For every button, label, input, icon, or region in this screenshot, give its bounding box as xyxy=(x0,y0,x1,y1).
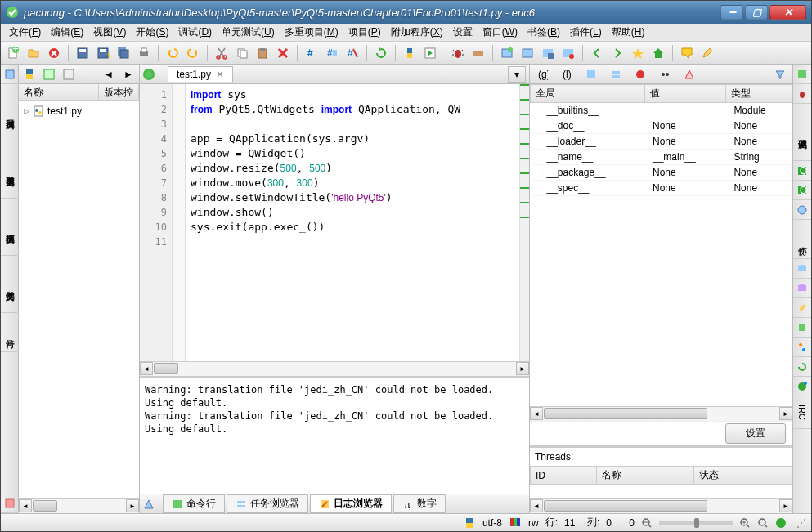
debug-hscrollbar[interactable]: ◄► xyxy=(530,406,792,421)
dbg-except-icon[interactable] xyxy=(680,65,698,83)
save-as-icon[interactable]: ★ xyxy=(94,44,112,62)
comment-icon[interactable]: # xyxy=(303,44,321,62)
menu-item[interactable]: 视图(V) xyxy=(88,24,131,41)
menu-item[interactable]: 书签(B) xyxy=(523,24,565,41)
variables-table[interactable]: 全局 值 类型 __builtins__Module__doc__NoneNon… xyxy=(530,84,792,406)
debug-settings-button[interactable]: 设置 xyxy=(725,423,786,444)
new-file-icon[interactable]: + xyxy=(4,44,22,62)
comment-block-icon[interactable]: # xyxy=(323,44,341,62)
menu-item[interactable]: 项目(P) xyxy=(343,24,386,41)
variable-row[interactable]: __package__NoneNone xyxy=(531,165,792,181)
edit-icon[interactable] xyxy=(698,44,716,62)
variable-row[interactable]: __loader__NoneNone xyxy=(531,134,792,150)
zoom-reset-icon[interactable] xyxy=(757,517,769,529)
rail-collapse-icon[interactable] xyxy=(1,65,19,84)
rrail-qt1-icon[interactable]: Qt xyxy=(793,161,811,181)
project-tree[interactable]: ▷ test1.py xyxy=(19,101,139,498)
zoom-out-icon[interactable] xyxy=(641,517,653,529)
fold-gutter[interactable] xyxy=(173,84,186,361)
window-minimize-button[interactable]: ━ xyxy=(720,5,743,20)
undo-icon[interactable] xyxy=(164,44,182,62)
project-open-icon[interactable] xyxy=(518,44,536,62)
window-maximize-button[interactable]: ▢ xyxy=(745,5,768,20)
project-tab-python-icon[interactable] xyxy=(22,67,37,82)
run-indicator-icon[interactable] xyxy=(143,69,155,80)
window-close-button[interactable]: ✕ xyxy=(769,5,806,20)
project-close-icon[interactable] xyxy=(559,44,577,62)
bottom-tab[interactable]: 日志浏览器 xyxy=(310,494,392,513)
menu-item[interactable]: 单元测试(U) xyxy=(217,24,280,41)
rrail-vcs-icon[interactable] xyxy=(793,338,811,357)
menu-item[interactable]: 调试(D) xyxy=(173,24,217,41)
project-tab-forms-icon[interactable] xyxy=(42,67,56,82)
rrail-debug-browser[interactable]: 调试浏览器 xyxy=(793,104,811,161)
variable-row[interactable]: __spec__NoneNone xyxy=(531,181,792,196)
redo-icon[interactable] xyxy=(184,44,202,62)
project-save-icon[interactable] xyxy=(539,44,557,62)
save-icon[interactable] xyxy=(74,44,92,62)
menu-item[interactable]: 帮助(H) xyxy=(607,24,650,41)
dbg-break-icon[interactable] xyxy=(631,65,649,83)
rrail-db1-icon[interactable] xyxy=(793,259,811,279)
close-file-icon[interactable] xyxy=(45,44,63,62)
rrail-top-icon[interactable] xyxy=(793,65,811,84)
rrail-plugin-icon[interactable] xyxy=(793,318,811,338)
thread-col-name[interactable]: 名称 xyxy=(596,467,694,485)
bottom-tab[interactable]: 任务浏览器 xyxy=(227,494,308,513)
code-editor[interactable]: 1234567891011 import sys from PyQt5.QtWi… xyxy=(140,84,529,361)
debug-icon[interactable] xyxy=(449,44,467,62)
bottom-tab[interactable]: π数字 xyxy=(393,494,446,513)
editor-tab[interactable]: test1.py ✕ xyxy=(168,66,233,82)
menu-item[interactable]: 插件(L) xyxy=(565,24,607,41)
zoom-in-icon[interactable] xyxy=(739,517,751,529)
nav-fwd-icon[interactable] xyxy=(608,44,626,62)
menu-item[interactable]: 附加程序(X) xyxy=(386,24,448,41)
nav-back-icon[interactable] xyxy=(588,44,606,62)
rrail-db2-icon[interactable] xyxy=(793,279,811,298)
project-col-name[interactable]: 名称 xyxy=(19,84,99,100)
dbg-source-icon[interactable] xyxy=(582,65,600,83)
editor-tab-dropdown[interactable]: ▾ xyxy=(508,66,526,83)
rrail-network-icon[interactable] xyxy=(793,377,811,396)
rrail-coop[interactable]: 协作 xyxy=(793,220,811,259)
menu-item[interactable]: 窗口(W) xyxy=(478,24,523,41)
variable-row[interactable]: __name____main__String xyxy=(531,150,792,165)
dbg-filter-icon[interactable] xyxy=(771,65,789,83)
project-hscrollbar[interactable]: ◄► xyxy=(19,498,139,513)
tree-expand-icon[interactable]: ▷ xyxy=(24,107,29,115)
dbg-globals-icon[interactable]: (g) xyxy=(533,65,551,83)
resize-grip[interactable]: ⋰ xyxy=(796,517,806,529)
var-col-value[interactable]: 值 xyxy=(644,85,725,103)
reload-icon[interactable] xyxy=(372,44,390,62)
dbg-stack-icon[interactable] xyxy=(607,65,625,83)
tree-file-item[interactable]: ▷ test1.py xyxy=(22,104,136,118)
rrail-bug-icon[interactable] xyxy=(793,84,811,104)
dbg-locals-icon[interactable]: (l) xyxy=(558,65,576,83)
copy-icon[interactable] xyxy=(233,44,251,62)
project-tab-others-icon[interactable] xyxy=(61,67,76,82)
code-content[interactable]: import sys from PyQt5.QtWidgets import Q… xyxy=(186,84,519,361)
menu-item[interactable]: 编辑(E) xyxy=(46,24,88,41)
menu-item[interactable]: 文件(F) xyxy=(4,24,46,41)
rail-bottom-icon[interactable] xyxy=(1,494,19,513)
project-tab-right-icon[interactable]: ► xyxy=(121,67,136,82)
dbg-watch-icon[interactable] xyxy=(656,65,674,83)
whatsthis-icon[interactable] xyxy=(678,44,696,62)
save-all-icon[interactable] xyxy=(114,44,132,62)
tool-icon[interactable] xyxy=(469,44,487,62)
project-new-icon[interactable] xyxy=(498,44,516,62)
run-script-icon[interactable] xyxy=(421,44,439,62)
home-icon[interactable] xyxy=(649,44,667,62)
rrail-irc[interactable]: IRC xyxy=(793,396,811,429)
python-icon[interactable] xyxy=(401,44,419,62)
rail-symbols[interactable]: 符号 xyxy=(1,313,19,352)
menu-item[interactable]: 开始(S) xyxy=(131,24,173,41)
delete-icon[interactable] xyxy=(274,44,292,62)
project-tab-left-icon[interactable]: ◄ xyxy=(101,67,116,82)
var-col-type[interactable]: 类型 xyxy=(725,85,792,103)
editor-tab-close-icon[interactable]: ✕ xyxy=(216,69,224,80)
variable-row[interactable]: __doc__NoneNone xyxy=(531,118,792,134)
open-file-icon[interactable] xyxy=(25,44,43,62)
rrail-refresh-icon[interactable] xyxy=(793,357,811,377)
bookmark-icon[interactable] xyxy=(629,44,647,62)
